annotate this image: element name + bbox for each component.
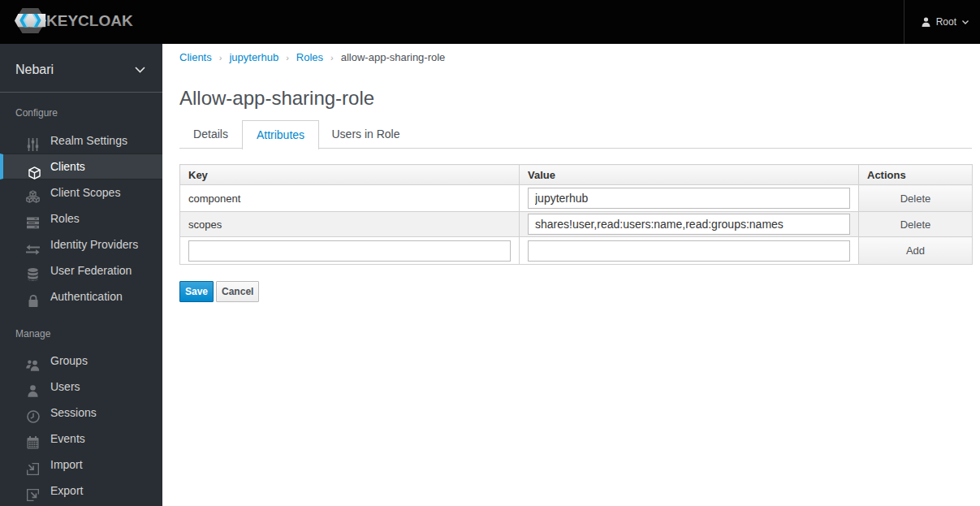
svg-text:KEYCLOAK: KEYCLOAK — [46, 12, 133, 29]
